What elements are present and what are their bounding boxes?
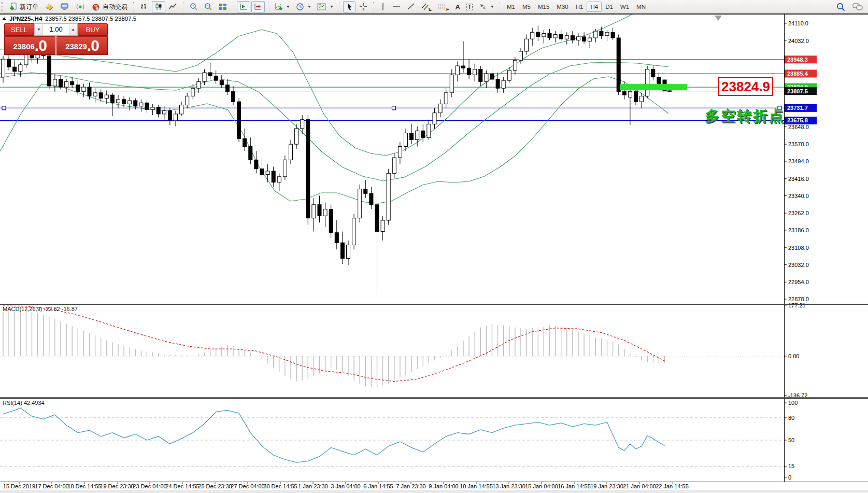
signals-button[interactable]: [73, 1, 88, 12]
buy-button[interactable]: BUY: [78, 23, 108, 36]
fibonacci-tool[interactable]: F: [435, 1, 452, 12]
svg-text:23032.0: 23032.0: [788, 262, 809, 268]
trendline-icon: [407, 3, 415, 11]
toolbar-separator: [183, 2, 184, 11]
svg-text:15 Dec 2019: 15 Dec 2019: [3, 483, 35, 489]
metaeditor-button[interactable]: [42, 1, 56, 12]
symbol-title: JPN225-,H4: [9, 16, 42, 22]
toolbar-separator: [373, 2, 374, 11]
svg-text:0: 0: [788, 474, 791, 481]
svg-text:23262.0: 23262.0: [788, 210, 809, 216]
metaeditor-icon: [45, 3, 54, 11]
zoom-out-icon: [204, 3, 212, 11]
svg-text:18 Dec 14:55: 18 Dec 14:55: [67, 483, 101, 489]
volume-increase-button[interactable]: [69, 24, 77, 35]
price-annotation-box[interactable]: 23824.9: [718, 77, 773, 96]
svg-text:19 Dec 23:30: 19 Dec 23:30: [100, 483, 134, 489]
candlestick-chart-icon: [154, 3, 163, 11]
dropdown-caret: [308, 6, 311, 8]
chat-icon[interactable]: [852, 3, 863, 11]
svg-text:7 Jan 23:30: 7 Jan 23:30: [396, 483, 426, 489]
arrows-icon: [479, 3, 487, 11]
svg-text:80: 80: [788, 415, 794, 421]
svg-text:10 Jan 14:55: 10 Jan 14:55: [460, 483, 493, 489]
svg-text:9 Jan 04:00: 9 Jan 04:00: [429, 483, 459, 489]
bar-chart-button[interactable]: [137, 1, 151, 12]
svg-text:23948.3: 23948.3: [787, 57, 808, 63]
buy-price-main: 23829: [65, 40, 87, 53]
templates-button[interactable]: [315, 1, 336, 12]
svg-text:24032.0: 24032.0: [788, 38, 809, 44]
timeframe-m15[interactable]: M15: [534, 2, 553, 12]
timeframe-h4[interactable]: H4: [587, 2, 602, 12]
cursor-tool-button[interactable]: [343, 1, 355, 12]
one-click-trading-panel: SELL 1.00 BUY 23806.0 23829.0: [4, 23, 108, 55]
svg-text:13 Jan 23:30: 13 Jan 23:30: [492, 483, 525, 489]
candlestick-chart-button[interactable]: [152, 1, 165, 12]
timeframe-m30[interactable]: M30: [553, 2, 572, 12]
macd-label: MACD(12,26,9) -22.82 -16.87: [3, 306, 78, 312]
timeframe-m1[interactable]: M1: [503, 2, 519, 12]
toolbar-separator: [339, 2, 340, 11]
bar-chart-icon: [140, 3, 148, 11]
horizontal-line-icon: [392, 3, 401, 11]
sell-price[interactable]: 23806.0: [4, 36, 55, 55]
timeframe-mn[interactable]: MN: [633, 2, 649, 12]
toolbar-grip: [1, 2, 4, 11]
svg-text:23885.4: 23885.4: [787, 71, 808, 77]
periods-button[interactable]: [293, 1, 314, 12]
svg-text:0.00: 0.00: [788, 353, 799, 359]
sell-price-main: 23806: [13, 40, 35, 53]
tile-windows-button[interactable]: [216, 1, 230, 12]
svg-text:19 Jan 23:30: 19 Jan 23:30: [590, 483, 623, 489]
template-icon: [317, 3, 326, 11]
svg-text:23186.0: 23186.0: [788, 227, 809, 233]
timeframe-w1[interactable]: W1: [617, 2, 633, 12]
search-icon[interactable]: [836, 3, 845, 11]
sell-button[interactable]: SELL: [4, 23, 34, 36]
tile-windows-icon: [219, 3, 227, 11]
timeframe-d1[interactable]: D1: [602, 2, 617, 12]
indicators-button[interactable]: [272, 1, 292, 12]
chart-canvas[interactable]: 24110.024032.023648.023570.023494.023416…: [0, 0, 868, 493]
svg-text:6 Jan 14:55: 6 Jan 14:55: [363, 483, 393, 489]
window-bottom-strip: [0, 490, 868, 493]
vertical-line-icon: [380, 3, 386, 11]
auto-scroll-button[interactable]: [237, 1, 250, 12]
svg-text:27 Dec 04:00: 27 Dec 04:00: [231, 483, 264, 489]
new-order-button[interactable]: 新订单: [7, 1, 41, 12]
timeframe-m5[interactable]: M5: [519, 2, 534, 12]
arrows-tool[interactable]: [476, 1, 496, 12]
terminal-button[interactable]: [58, 1, 72, 12]
crosshair-tool-button[interactable]: [357, 1, 370, 12]
toolbar-separator: [133, 2, 134, 11]
svg-text:30 Dec 14:55: 30 Dec 14:55: [263, 483, 297, 489]
text-label-tool[interactable]: T: [464, 1, 475, 12]
volume-decrease-button[interactable]: [35, 24, 43, 35]
horizontal-line-tool[interactable]: [390, 1, 403, 12]
zoom-in-button[interactable]: [187, 1, 201, 12]
sell-price-frac: .0: [35, 38, 47, 53]
autotrading-button[interactable]: 自动交易: [89, 1, 130, 12]
indicators-icon: [275, 3, 283, 11]
buy-price[interactable]: 23829.0: [56, 36, 108, 55]
channel-tool[interactable]: E: [419, 1, 434, 12]
collapse-triangle-icon[interactable]: [2, 17, 6, 20]
text-tool[interactable]: A: [453, 1, 463, 12]
svg-text:23340.0: 23340.0: [788, 193, 809, 199]
zoom-out-button[interactable]: [202, 1, 215, 12]
turning-point-text[interactable]: 多空转折点: [705, 106, 785, 126]
toolbar-separator: [500, 2, 501, 11]
trendline-tool[interactable]: [404, 1, 418, 12]
toolbar-separator: [268, 2, 269, 11]
chart-shift-button[interactable]: [251, 1, 265, 12]
spin-up-icon: [72, 29, 75, 31]
main-toolbar: 新订单 自动交易: [0, 0, 868, 15]
vertical-line-tool[interactable]: [377, 1, 389, 12]
chart-header: JPN225-,H4 23857.5 23857.5 23807.5 23807…: [2, 16, 136, 22]
svg-text:23648.0: 23648.0: [788, 124, 809, 130]
timeframe-h1[interactable]: H1: [572, 2, 587, 12]
svg-text:100: 100: [788, 400, 798, 406]
volume-value[interactable]: 1.00: [43, 24, 69, 35]
line-chart-button[interactable]: [166, 1, 180, 12]
